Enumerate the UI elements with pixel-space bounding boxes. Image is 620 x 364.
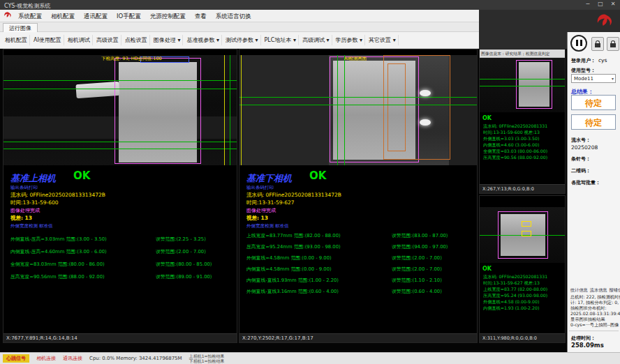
serial-number-value: 20250208	[571, 144, 598, 151]
model-value: Mode11	[574, 76, 593, 82]
menubar: 系统配置 相机配置 通讯配置 IO手配置 光源控制配置 查看 系统语言切换	[0, 10, 479, 22]
tool-advanced-settings[interactable]: 高级设置	[94, 35, 121, 45]
lock-button[interactable]	[591, 37, 604, 51]
roi-rect-yellow[interactable]	[522, 221, 531, 227]
model-label: 使用型号：	[571, 67, 596, 74]
menu-comm-config[interactable]: 通讯配置	[84, 13, 108, 21]
measurement-row: 压高宽度=95.24mm 范围:(93.00 - 98.00)误警范围:(94.…	[246, 243, 475, 250]
machine-background	[449, 55, 477, 165]
preview-header: 图像信息末：研究结果；检测信息判定	[480, 50, 565, 58]
image-overlay-label: AI检测画面	[344, 56, 367, 62]
measurement-warn-range: 误警范围:(0.60 - 4.00)	[392, 288, 442, 295]
measurement-row: 外侧直线-直线3.16mm 范围:(0.60 - 4.00)误警范围:(0.60…	[246, 288, 475, 295]
pause-button[interactable]	[570, 35, 587, 52]
login-user-value: cys	[598, 57, 607, 63]
highlight-blob	[420, 119, 431, 126]
parallax-value: 视差: 13	[10, 215, 32, 222]
roi-rect-magenta[interactable]	[516, 60, 552, 109]
measurement-value: 压高宽度=90.56mm 范围:(88.00 - 92.00)	[10, 274, 105, 280]
tool-ai-config[interactable]: AI使用配置	[31, 35, 64, 45]
measurement-row: 外侧直线=4.58mm 范围:(0.00 - 9.00)误警范围:(2.00 -…	[246, 255, 475, 261]
menu-camera-config[interactable]: 相机配置	[51, 13, 75, 21]
measurement-warn-range: 误警范围:(83.00 - 87.00)	[392, 232, 448, 239]
maximize-icon[interactable]: □	[595, 1, 606, 7]
preview-image-upper[interactable]	[480, 58, 565, 112]
measurement-value: 内侧直线=4.58mm 范围:(0.00 - 9.00)	[246, 266, 332, 272]
measurement-warn-range: 误警范围:(89.00 - 91.00)	[156, 273, 212, 280]
capture-time: 时间:13-31-59-627	[246, 199, 295, 206]
roi-rect-yellow[interactable]	[522, 231, 531, 236]
tool-spot-check[interactable]: 点检设置	[123, 35, 150, 45]
camera-image-upper[interactable]: 下检高度: 93, HD合同值:100	[3, 55, 237, 165]
tool-image-process[interactable]: 图像处理 ▾	[152, 35, 184, 45]
tool-history-params[interactable]: 学历参数 ▾	[334, 35, 366, 45]
measurement-row: 内侧直线-直线1.93mm 范围:(1.00 - 2.20)误警范围:(1.10…	[246, 277, 475, 284]
measurement-value: 外侧直线-直线3.16mm 范围:(0.60 - 4.00)	[246, 289, 339, 294]
preview-text-line: 时间:13-31-59-600 视差:13	[483, 130, 540, 136]
process-status: 图像处理完成	[246, 207, 276, 214]
tab-statistics[interactable]: 统计信息	[570, 287, 588, 294]
unlock-button[interactable]	[607, 37, 619, 51]
roi-rect-orange-inner[interactable]	[388, 63, 406, 151]
measure-line-horizontal	[480, 79, 565, 79]
pixel-coordinates-readout: X:270,Y:2502;R:17,G:17,B:17	[239, 333, 477, 342]
window-controls: ─ □ ✕	[582, 1, 619, 7]
preview-panel-lower: OK 流水码: 0FFline202502081331 时间:13-31-59-…	[479, 195, 566, 343]
preview-image-lower[interactable]	[480, 207, 565, 263]
machine-background	[239, 55, 329, 165]
measure-line-horizontal	[3, 142, 237, 142]
tool-other-settings[interactable]: 其它设置 ▾	[367, 35, 399, 45]
qr-code-label: 二维码：	[571, 167, 591, 174]
menu-io-config[interactable]: IO手配置	[117, 13, 141, 21]
tab-flow-info[interactable]: 流水信息	[590, 287, 607, 294]
toolbar: 相机配置 AI使用配置 相机调试 高级设置 点检设置 图像处理 ▾ 基准视参数 …	[0, 32, 479, 49]
process-status: 图像处理完成	[10, 207, 40, 214]
tab-error-info[interactable]: 报错信息	[610, 287, 620, 294]
menu-language-switch[interactable]: 系统语言切换	[216, 13, 251, 21]
lock-icon	[595, 43, 600, 47]
measure-note: 外侧宽度检测 标准值	[246, 223, 289, 229]
result-ok-badge: OK	[482, 115, 492, 121]
menu-view[interactable]: 查看	[195, 13, 207, 21]
camera-panel-upper: 下检高度: 93, HD合同值:100 基准上相机 OK 输出条码打印 流水码:…	[3, 49, 237, 343]
tool-camera-debug[interactable]: 相机调试	[66, 35, 93, 45]
window-title: CYS-视觉检测系统	[4, 2, 50, 10]
right-sidebar: 登录用户： cys 使用型号： Mode11 ▾ 总结果： 待定 待定 流水号：…	[567, 32, 620, 352]
measure-line-horizontal	[3, 80, 237, 81]
preview-text-line: 外侧直线=4.58 (0.00-9.00)	[483, 299, 539, 305]
close-icon[interactable]: ✕	[607, 1, 619, 7]
tab-run-image[interactable]: 运行图像	[3, 23, 38, 33]
measurement-row: 压高宽度=90.56mm 范围:(88.00 - 92.00)误警范围:(89.…	[10, 273, 235, 280]
tool-plc-address[interactable]: PLC地址本 ▾	[263, 35, 299, 45]
model-select[interactable]: Mode11 ▾	[571, 74, 616, 83]
measure-line-horizontal	[3, 149, 237, 149]
camera-image-lower[interactable]: AI检测画面	[239, 55, 477, 165]
image-overlay-label: 下检高度: 93, HD合同值:100	[101, 56, 162, 62]
camera-subtitle: 输出条码打印	[246, 185, 274, 191]
stats-text-line: 2025.02.08-13:31:39:40	[570, 311, 620, 316]
measure-line-horizontal	[239, 97, 477, 98]
measurement-value: 压高宽度=95.24mm 范围:(93.00 - 98.00)	[246, 244, 341, 250]
minimize-icon[interactable]: ─	[582, 1, 593, 7]
lock-icon	[610, 43, 616, 47]
measurement-row: 内侧直线-压高=4.60mm 范围:(3.00 - 6.00)误警范围:(2.0…	[10, 248, 235, 255]
result-status-box: 待定	[571, 114, 616, 130]
measurement-warn-range: 误警范围:(1.10 - 2.10)	[392, 277, 442, 284]
preview-text-line: 内侧直线=4.60 (3.00-6.00)	[483, 142, 539, 149]
tool-camera-config[interactable]: 相机配置	[3, 35, 30, 45]
tool-baseline-params[interactable]: 基准视参数 ▾	[184, 35, 222, 45]
pause-icon	[576, 40, 578, 46]
measurement-warn-range: 误警范围:(94.00 - 97.00)	[392, 243, 448, 250]
measurement-value: 外侧直线-压高=3.03mm 范围:(3.00 - 3.50)	[10, 236, 107, 242]
tab-strip: 运行图像	[0, 22, 479, 32]
cpu-memory-readout: Cpu: 0.0% Memory: 3424.41796875M	[89, 356, 182, 361]
tool-advanced-debug[interactable]: 高级调试 ▾	[300, 35, 332, 45]
measurement-value: 全侧宽度=83.03mm 范围:(80.00 - 86.00)	[10, 261, 105, 267]
result-ok-badge: OK	[482, 266, 492, 272]
menu-system-config[interactable]: 系统配置	[18, 13, 42, 21]
preview-text-line: 上线宽度=83.77 (82.00-88.00)	[483, 287, 547, 293]
menu-light-config[interactable]: 光源控制配置	[150, 13, 186, 21]
tool-test-params[interactable]: 测试停参数 ▾	[223, 35, 261, 45]
measurement-value: 内侧直线-直线1.93mm 范围:(1.00 - 2.20)	[246, 278, 339, 283]
measurement-row: 外侧直线-压高=3.03mm 范围:(3.00 - 3.50)误警范围:(2.2…	[10, 236, 235, 243]
